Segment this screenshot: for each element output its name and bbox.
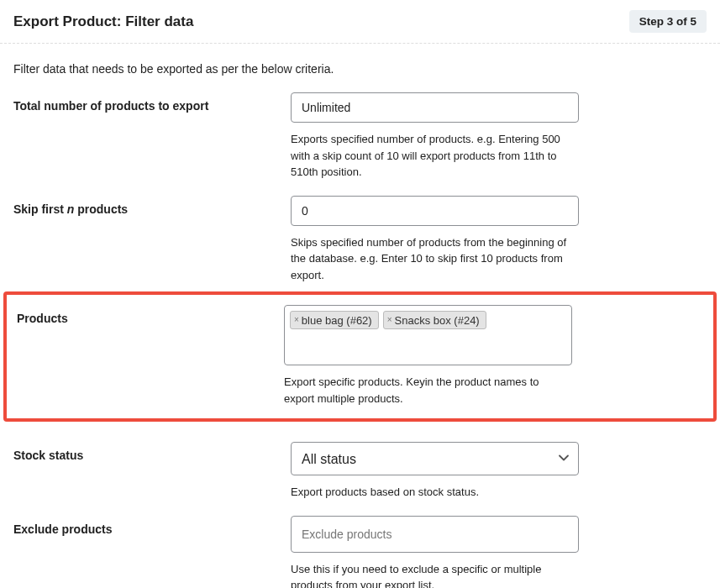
placeholder-text: Exclude products (302, 528, 392, 541)
tag-label: blue bag (#62) (302, 314, 372, 327)
helper-products: Export specific products. Keyin the prod… (284, 374, 572, 407)
total-products-input[interactable] (291, 92, 579, 123)
label-total-products: Total number of products to export (13, 92, 291, 113)
helper-skip-products: Skips specified number of products from … (291, 234, 579, 284)
label-exclude-products: Exclude products (13, 516, 291, 536)
stock-status-select[interactable]: All status (291, 442, 579, 475)
label-text: Skip first (13, 202, 67, 216)
remove-tag-icon[interactable]: × (294, 316, 299, 324)
page-header: Export Product: Filter data Step 3 of 5 (0, 0, 720, 44)
label-products: Products (17, 305, 284, 325)
remove-tag-icon[interactable]: × (387, 316, 392, 324)
page-title: Export Product: Filter data (13, 13, 193, 30)
product-tag[interactable]: × Snacks box (#24) (383, 311, 486, 329)
stock-status-select-wrap[interactable]: All status (291, 442, 579, 475)
row-total-products: Total number of products to export Expor… (0, 81, 720, 184)
label-stock-status: Stock status (13, 442, 291, 462)
highlight-products-section: Products × blue bag (#62) × Snacks box (… (3, 291, 717, 422)
products-tags-input[interactable]: × blue bag (#62) × Snacks box (#24) (284, 305, 572, 365)
row-exclude-products: Exclude products Exclude products Use th… (0, 504, 720, 589)
exclude-products-input[interactable]: Exclude products (291, 516, 579, 553)
row-skip-products: Skip first n products Skips specified nu… (0, 184, 720, 287)
skip-products-input[interactable] (291, 196, 579, 226)
label-text: products (74, 202, 128, 216)
helper-stock-status: Export products based on stock status. (291, 484, 579, 501)
product-tag[interactable]: × blue bag (#62) (290, 311, 379, 329)
helper-exclude-products: Use this if you need to exclude a specif… (291, 561, 579, 589)
row-stock-status: Stock status All status Export products … (0, 430, 720, 504)
intro-text: Filter data that needs to be exported as… (0, 44, 720, 81)
row-products: Products × blue bag (#62) × Snacks box (… (17, 305, 703, 407)
label-skip-products: Skip first n products (13, 196, 291, 216)
label-text: Total number of products to export (13, 99, 208, 113)
helper-total-products: Exports specified number of products. e.… (291, 131, 579, 181)
step-badge: Step 3 of 5 (629, 10, 707, 33)
tag-label: Snacks box (#24) (395, 314, 480, 327)
